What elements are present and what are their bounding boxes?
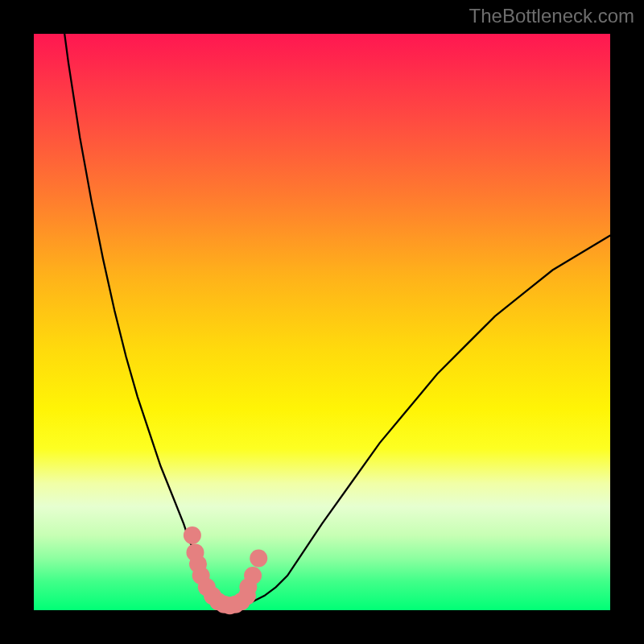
curve-marker <box>184 526 201 544</box>
curve-marker <box>244 567 262 584</box>
chart-plot-area <box>34 34 610 610</box>
bottleneck-curve-svg <box>34 34 610 610</box>
curve-marker <box>250 550 267 568</box>
watermark-text: TheBottleneck.com <box>469 5 634 27</box>
bottleneck-curve <box>34 0 610 605</box>
